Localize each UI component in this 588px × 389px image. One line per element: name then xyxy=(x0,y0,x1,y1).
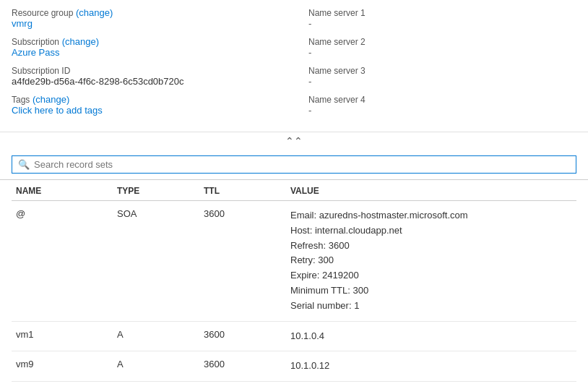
search-bar: 🔍 xyxy=(12,155,576,174)
resource-group-value[interactable]: vmrg xyxy=(12,18,33,29)
ns1-row: Name server 1 - xyxy=(308,7,576,29)
cell-ttl: 3600 xyxy=(199,201,286,322)
info-left: Resource group (change) vmrg Subscriptio… xyxy=(12,7,294,123)
table-header-row: NAME TYPE TTL VALUE xyxy=(12,180,576,201)
resource-group-row: Resource group (change) vmrg xyxy=(12,7,280,29)
resource-group-change-link[interactable]: (change) xyxy=(76,7,113,18)
cell-type: A xyxy=(113,351,199,382)
subscription-label: Subscription xyxy=(12,37,59,47)
ns3-label: Name server 3 xyxy=(308,66,366,76)
subscription-value[interactable]: Azure Pass xyxy=(12,47,59,58)
subscription-id-label: Subscription ID xyxy=(12,66,70,76)
cell-type: SOA xyxy=(113,201,199,322)
ns1-value: - xyxy=(308,18,311,29)
ns2-value: - xyxy=(308,47,311,58)
ns4-label: Name server 4 xyxy=(308,95,366,105)
cell-value: 10.1.0.12 xyxy=(286,351,576,382)
col-header-value: VALUE xyxy=(286,180,576,201)
tags-row: Tags (change) Click here to add tags xyxy=(12,94,280,116)
table-row[interactable]: vm9A360010.1.0.12 xyxy=(12,351,576,382)
cell-ttl: 3600 xyxy=(199,321,286,351)
subscription-row: Subscription (change) Azure Pass xyxy=(12,36,280,58)
cell-value: 10.1.0.4 xyxy=(286,321,576,351)
tags-change-link[interactable]: (change) xyxy=(33,94,69,105)
ns2-label: Name server 2 xyxy=(308,37,366,47)
ns2-row: Name server 2 - xyxy=(308,36,576,58)
cell-value: Email: azuredns-hostmaster.microsoft.com… xyxy=(286,201,576,322)
record-sets-table-container: NAME TYPE TTL VALUE @SOA3600Email: azure… xyxy=(0,180,588,382)
info-section: Resource group (change) vmrg Subscriptio… xyxy=(0,0,588,129)
col-header-type: TYPE xyxy=(113,180,199,201)
ns3-row: Name server 3 - xyxy=(308,65,576,87)
subscription-change-link[interactable]: (change) xyxy=(62,36,99,47)
tags-label: Tags xyxy=(12,95,30,105)
search-icon: 🔍 xyxy=(18,159,30,170)
search-bar-row: 🔍 xyxy=(0,150,588,180)
cell-ttl: 3600 xyxy=(199,351,286,382)
table-row[interactable]: @SOA3600Email: azuredns-hostmaster.micro… xyxy=(12,201,576,322)
table-row[interactable]: vm1A360010.1.0.4 xyxy=(12,321,576,351)
col-header-ttl: TTL xyxy=(199,180,286,201)
search-input[interactable] xyxy=(34,159,570,170)
info-right: Name server 1 - Name server 2 - Name ser… xyxy=(294,7,576,123)
col-header-name: NAME xyxy=(12,180,113,201)
resource-group-label: Resource group xyxy=(12,8,73,18)
ns4-value: - xyxy=(308,105,311,116)
subscription-id-row: Subscription ID a4fde29b-d56a-4f6c-8298-… xyxy=(12,65,280,87)
record-sets-table: NAME TYPE TTL VALUE @SOA3600Email: azure… xyxy=(12,180,576,382)
tags-add-link[interactable]: Click here to add tags xyxy=(12,105,103,116)
collapse-row: ⌃⌃ xyxy=(0,132,588,150)
ns3-value: - xyxy=(308,76,311,87)
cell-name: vm9 xyxy=(12,351,113,382)
ns4-row: Name server 4 - xyxy=(308,94,576,116)
cell-name: @ xyxy=(12,201,113,322)
ns1-label: Name server 1 xyxy=(308,8,366,18)
cell-name: vm1 xyxy=(12,321,113,351)
collapse-button[interactable]: ⌃⌃ xyxy=(285,135,303,147)
subscription-id-value: a4fde29b-d56a-4f6c-8298-6c53cd0b720c xyxy=(12,76,184,87)
cell-type: A xyxy=(113,321,199,351)
